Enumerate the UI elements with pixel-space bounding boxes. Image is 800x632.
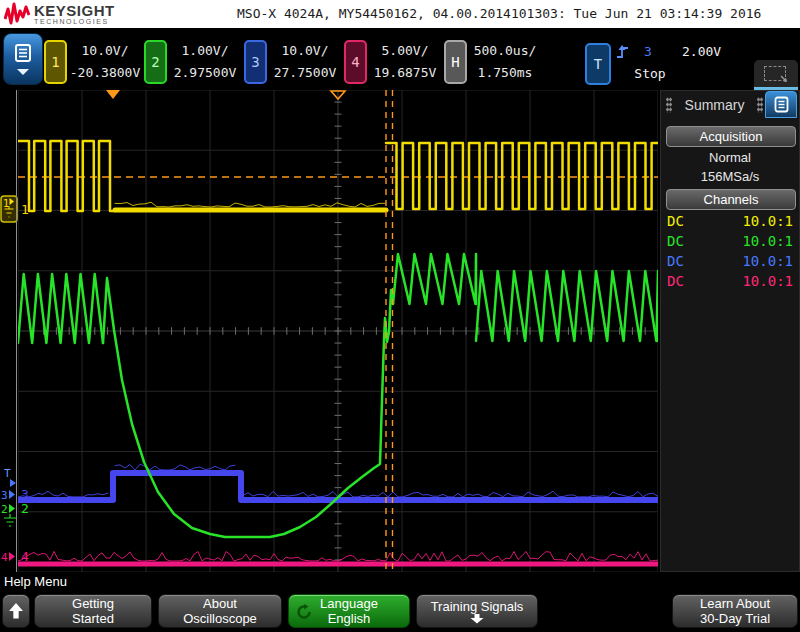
button-label: Language [320,596,378,611]
summary-panel: Summary Acquisition Normal 156MSa/s Chan… [660,90,800,572]
learn-about-trial-button[interactable]: Learn About 30-Day Trial [672,594,798,628]
svg-text:4: 4 [21,549,29,564]
button-label: English [328,611,371,626]
svg-text:T: T [4,467,11,480]
channel-3-summary-row: DC 10.0:1 [667,253,793,269]
sample-rate: 156MSa/s [661,169,799,184]
button-label: Training Signals [431,599,524,614]
channel-3-probe: 10.0:1 [742,253,793,269]
button-label: About [203,596,237,611]
drag-grip-icon[interactable] [757,97,763,113]
panel-menu-tab[interactable] [765,91,797,118]
channel-2-settings[interactable]: 1.00V/ 2.97500V [162,40,248,84]
svg-text:2: 2 [21,501,29,516]
button-label: 30-Day Trial [700,611,770,626]
channel-2-summary-row: DC 10.0:1 [667,233,793,249]
channel-3-offset: 27.7500V [262,62,348,84]
horizontal-scale: 500.0us/ [462,40,548,62]
channel-1-offset: -20.3800V [62,62,148,84]
button-label: Started [72,611,114,626]
keysight-logo: KEYSIGHT TECHNOLOGIES [4,1,115,27]
rising-edge-icon [616,44,630,59]
acquisition-mode: Normal [661,150,799,165]
channel-2-scale: 1.00V/ [162,40,248,62]
acquisition-section-button[interactable]: Acquisition [666,126,796,147]
title-bar: KEYSIGHT TECHNOLOGIES MSO-X 4024A, MY544… [0,0,800,28]
trigger-level[interactable]: 2.00V [682,44,721,59]
panel-title: Summary [677,97,752,113]
channel-3-settings[interactable]: 10.0V/ 27.7500V [262,40,348,84]
drag-grip-icon[interactable] [666,97,672,113]
about-oscilloscope-button[interactable]: About Oscilloscope [158,594,282,628]
channel-3-scale: 10.0V/ [262,40,348,62]
settings-bar: 1 10.0V/ -20.3800V 2 1.00V/ 2.97500V 3 1… [0,28,800,88]
menu-document-icon [14,44,32,66]
acquisition-status: Stop [618,66,682,81]
corner-arrow-icon [780,75,788,83]
language-button[interactable]: Language English [288,594,410,628]
menu-back-button[interactable] [2,594,30,628]
channel-3-coupling: DC [667,253,684,269]
svg-text:4: 4 [1,551,8,564]
channel-4-scale: 5.00V/ [362,40,448,62]
document-icon [774,96,789,113]
svg-text:1: 1 [21,202,29,217]
arrow-down-icon [470,614,484,624]
channel-4-summary-row: DC 10.0:1 [667,273,793,289]
channel-1-scale: 10.0V/ [62,40,148,62]
svg-text:3: 3 [21,487,29,502]
channels-section-button[interactable]: Channels [666,189,796,210]
channel-1-coupling: DC [667,213,684,229]
channel-2-probe: 10.0:1 [742,233,793,249]
instrument-id-text: MSO-X 4024A, MY54450162, 04.00.201410130… [237,6,761,21]
channel-2-coupling: DC [667,233,684,249]
channel-4-probe: 10.0:1 [742,273,793,289]
waveform-display[interactable]: 1324 [18,90,658,572]
keysight-spark-icon [4,1,30,27]
trigger-source[interactable]: 3 [644,44,652,59]
training-signals-button[interactable]: Training Signals [416,594,538,628]
grid-left-edge [16,90,17,572]
svg-text:2: 2 [1,503,8,516]
trigger-button[interactable]: T [585,43,611,85]
brand-name: KEYSIGHT [34,3,115,18]
left-marker-column: 1T324 [0,90,16,572]
getting-started-button[interactable]: Getting Started [34,594,152,628]
waveform-canvas: 1324 [18,90,658,572]
channel-2-offset: 2.97500V [162,62,248,84]
horizontal-settings[interactable]: 500.0us/ 1.750ms [462,40,548,84]
arrow-up-icon [8,603,24,619]
channel-1-settings[interactable]: 10.0V/ -20.3800V [62,40,148,84]
softkey-menu-bar: Help Menu Getting Started About Oscillos… [0,572,800,632]
channel-1-probe: 10.0:1 [742,213,793,229]
brand-subtitle: TECHNOLOGIES [34,18,115,25]
menu-title: Help Menu [4,574,67,589]
horizontal-delay: 1.750ms [462,62,548,84]
zoom-window-button[interactable] [754,60,798,87]
cycle-arrow-icon [296,604,312,620]
channel-1-summary-row: DC 10.0:1 [667,213,793,229]
channel-4-coupling: DC [667,273,684,289]
button-label: Learn About [700,596,770,611]
svg-text:3: 3 [1,489,8,502]
button-label: Getting [72,596,114,611]
main-menu-button[interactable] [3,33,43,85]
button-label: Oscilloscope [183,611,257,626]
chevron-down-icon [17,69,29,75]
channel-4-settings[interactable]: 5.00V/ 19.6875V [362,40,448,84]
svg-text:1: 1 [3,198,9,209]
channel-4-offset: 19.6875V [362,62,448,84]
